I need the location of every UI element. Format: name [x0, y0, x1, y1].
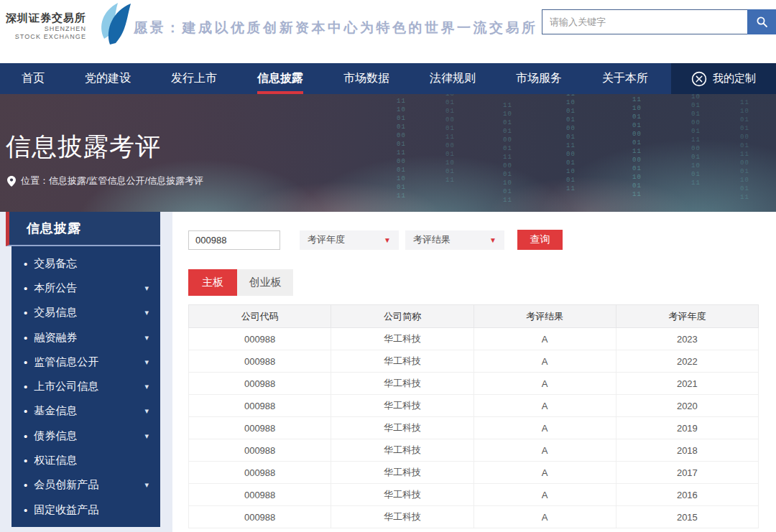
site-logo[interactable]: 深圳证券交易所 SHENZHEN STOCK EXCHANGE [0, 0, 134, 46]
evaluation-result-dropdown[interactable]: 考评结果 ▼ [405, 230, 504, 250]
caret-down-icon: ▼ [384, 236, 391, 244]
cell-evaluation-result: A [474, 395, 616, 417]
sidebar-item-label: 本所公告 [34, 281, 77, 295]
page: 深圳证券交易所 SHENZHEN STOCK EXCHANGE 愿景：建成以优质… [0, 0, 776, 532]
site-search [542, 9, 776, 34]
evaluation-year-dropdown[interactable]: 考评年度 ▼ [300, 230, 399, 250]
nav-item-rules[interactable]: 法律规则 [410, 63, 496, 94]
column-header-evaluation-result: 考评结果 [474, 305, 616, 328]
sidebar-item-trading-memo[interactable]: • 交易备忘 [11, 251, 160, 276]
sidebar-item-regulatory-disclosure[interactable]: • 监管信息公开 ▾ [11, 350, 160, 374]
evaluation-year-dropdown-label: 考评年度 [308, 233, 345, 246]
tab-chinext[interactable]: 创业板 [237, 269, 293, 296]
cell-evaluation-result: A [474, 373, 616, 395]
cell-evaluation-result: A [474, 439, 616, 462]
sidebar-item-label: 上市公司信息 [34, 380, 98, 393]
nav-item-about[interactable]: 关于本所 [582, 63, 668, 94]
search-icon [756, 16, 768, 28]
cell-company-code: 000988 [189, 462, 331, 484]
cell-evaluation-result: A [474, 328, 616, 350]
breadcrumb-text: 位置：信息披露/监管信息公开/信息披露考评 [21, 174, 203, 187]
cell-company-code: 000988 [189, 439, 331, 462]
bullet-icon: • [24, 258, 27, 270]
cell-evaluation-year: 2015 [616, 506, 758, 528]
customization-tools-icon [691, 71, 707, 87]
sidebar-item-label: 监管信息公开 [34, 355, 98, 369]
query-button[interactable]: 查询 [517, 230, 563, 250]
search-button[interactable] [747, 9, 776, 34]
board-tabs: 主板 创业板 [188, 269, 759, 296]
cell-evaluation-year: 2021 [616, 373, 758, 395]
search-input[interactable] [542, 9, 747, 34]
table-row: 000988 华工科技 A 2018 [189, 439, 759, 462]
evaluation-results-table: 公司代码 公司简称 考评结果 考评年度 000988 华工科技 A 2023 0… [188, 304, 759, 528]
binary-decoration: 11 10 01 01 00 01 11 00 01 10 01 11 [503, 101, 512, 205]
binary-decoration: 11 10 01 01 00 01 11 00 01 10 01 11 [566, 94, 576, 193]
cell-evaluation-year: 2023 [616, 328, 758, 350]
szse-logo-icon [89, 3, 134, 46]
sidebar-item-fund-info[interactable]: • 基金信息 ▾ [11, 399, 160, 424]
bullet-icon: • [24, 381, 27, 393]
my-customization-button[interactable]: 我的定制 [671, 63, 776, 94]
bullet-icon: • [24, 356, 27, 368]
page-title: 信息披露考评 [6, 130, 161, 164]
sidebar-item-bond-info[interactable]: • 债券信息 ▾ [11, 424, 160, 448]
table-row: 000988 华工科技 A 2016 [189, 484, 759, 506]
cell-company-code: 000988 [189, 328, 331, 350]
sidebar-item-member-innovation-products[interactable]: • 会员创新产品 ▾ [11, 473, 160, 498]
cell-evaluation-year: 2018 [616, 439, 758, 462]
chevron-down-icon: ▾ [144, 431, 149, 441]
cell-evaluation-year: 2020 [616, 395, 758, 417]
sidebar-item-margin-trading[interactable]: • 融资融券 ▾ [11, 325, 160, 350]
cell-company-name: 华工科技 [331, 395, 474, 417]
logo-english-name-line1: SHENZHEN [6, 25, 86, 33]
cell-company-name: 华工科技 [331, 417, 474, 439]
location-pin-icon [7, 176, 16, 187]
cell-evaluation-result: A [474, 484, 616, 506]
logo-chinese-name: 深圳证券交易所 [6, 11, 86, 25]
sidebar-item-label: 债券信息 [34, 429, 77, 443]
evaluation-result-dropdown-label: 考评结果 [413, 233, 451, 246]
sidebar-item-listed-company-info[interactable]: • 上市公司信息 ▾ [11, 374, 160, 398]
binary-decoration: 11 10 01 01 00 01 11 00 01 10 01 11 [740, 98, 749, 202]
sidebar-item-trading-info[interactable]: • 交易信息 ▾ [11, 301, 160, 325]
binary-decoration: 11 10 01 01 00 01 11 00 01 10 01 11 [397, 97, 406, 200]
nav-item-party-building[interactable]: 党的建设 [65, 63, 151, 94]
cell-evaluation-year: 2022 [616, 350, 758, 373]
nav-item-home[interactable]: 首页 [0, 63, 65, 94]
table-row: 000988 华工科技 A 2021 [189, 373, 759, 395]
tab-main-board[interactable]: 主板 [188, 269, 237, 296]
cell-company-name: 华工科技 [331, 373, 474, 395]
sidebar-item-exchange-announcements[interactable]: • 本所公告 ▾ [11, 276, 160, 300]
cell-company-code: 000988 [189, 484, 331, 506]
nav-item-information-disclosure[interactable]: 信息披露 [237, 63, 323, 94]
binary-decoration: 11 10 01 01 00 01 11 00 01 10 01 11 [691, 94, 701, 187]
binary-decoration: 11 10 01 01 00 01 11 00 01 10 01 11 [632, 95, 642, 199]
cell-company-name: 华工科技 [331, 484, 474, 506]
main-navigation: 首页 党的建设 发行上市 信息披露 市场数据 法律规则 市场服务 关于本所 我的… [0, 63, 776, 94]
sidebar-item-label: 固定收益产品 [34, 503, 98, 517]
cell-evaluation-year: 2017 [616, 462, 758, 484]
sidebar-item-label: 交易信息 [34, 306, 77, 319]
sidebar: 信息披露 • 交易备忘 • 本所公告 ▾ • 交易信息 ▾ • [6, 212, 160, 532]
cell-company-name: 华工科技 [331, 439, 474, 462]
column-header-company-code: 公司代码 [189, 305, 331, 328]
sidebar-item-warrant-info[interactable]: • 权证信息 [11, 448, 160, 472]
table-row: 000988 华工科技 A 2022 [189, 350, 759, 373]
company-code-input[interactable] [188, 230, 280, 250]
nav-item-market-data[interactable]: 市场数据 [323, 63, 410, 94]
bullet-icon: • [24, 282, 27, 294]
vision-slogan: 愿景：建成以优质创新资本中心为特色的世界一流交易所 [134, 19, 538, 37]
nav-item-listing[interactable]: 发行上市 [151, 63, 237, 94]
breadcrumb: 位置：信息披露/监管信息公开/信息披露考评 [7, 174, 203, 187]
sidebar-item-label: 基金信息 [34, 404, 77, 418]
main-panel: 考评年度 ▼ 考评结果 ▼ 查询 主板 创业板 公司代码 公司简称 [172, 212, 776, 532]
cell-company-code: 000988 [189, 395, 331, 417]
sidebar-item-fixed-income-products[interactable]: • 固定收益产品 [11, 498, 160, 522]
table-row: 000988 华工科技 A 2020 [189, 395, 759, 417]
chevron-down-icon: ▾ [144, 308, 149, 317]
page-banner: 11 10 01 01 00 01 11 00 01 10 01 11 11 1… [0, 94, 776, 212]
column-header-company-name: 公司简称 [331, 305, 474, 328]
nav-item-market-services[interactable]: 市场服务 [496, 63, 582, 94]
chevron-down-icon: ▾ [144, 333, 149, 342]
